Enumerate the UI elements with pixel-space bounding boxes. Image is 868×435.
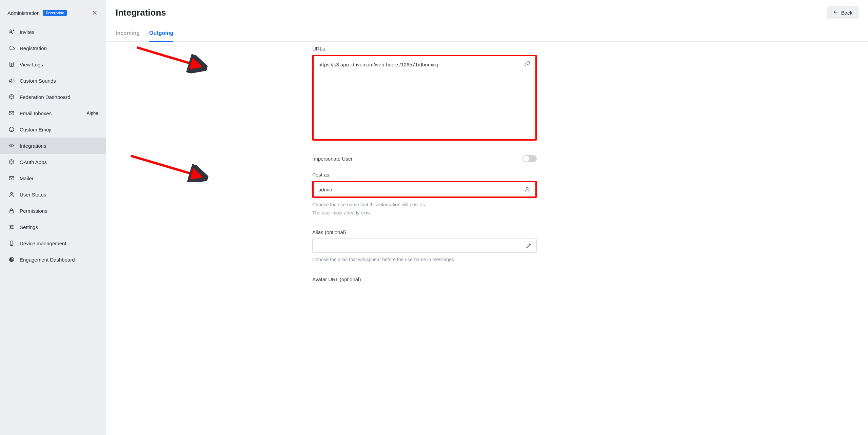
sidebar-item-label: Permissions xyxy=(20,208,47,214)
alpha-badge: Alpha xyxy=(87,111,98,116)
sliders-icon xyxy=(8,224,15,230)
sidebar-item-label: User Status xyxy=(20,192,46,198)
sidebar-item-view-logs[interactable]: View Logs xyxy=(0,56,106,72)
urls-input[interactable] xyxy=(314,56,535,138)
main-panel: Integrations Back Incoming Outgoing xyxy=(106,0,868,435)
sidebar-item-label: Custom Emoji xyxy=(20,127,51,132)
emoji-icon xyxy=(8,126,15,133)
field-post-as: Post as Choose the username that this in… xyxy=(312,172,537,216)
lock-icon xyxy=(8,207,15,214)
post-as-highlight-box xyxy=(312,181,537,198)
svg-point-9 xyxy=(12,225,13,226)
sidebar-item-label: OAuth Apps xyxy=(20,159,47,165)
post-as-label: Post as xyxy=(312,172,537,178)
svg-point-7 xyxy=(11,192,13,194)
tab-incoming[interactable]: Incoming xyxy=(116,27,140,42)
mail-icon xyxy=(8,110,15,117)
sidebar-item-user-status[interactable]: User Status xyxy=(0,186,106,203)
page-title: Integrations xyxy=(116,7,166,18)
link-icon xyxy=(524,60,531,67)
sidebar-item-label: Engagement Dashboard xyxy=(20,257,75,263)
field-avatar-url: Avatar URL (optional) xyxy=(312,276,537,286)
sound-icon xyxy=(8,77,15,84)
globe-icon xyxy=(8,94,15,100)
field-urls: URLs xyxy=(312,46,537,141)
user-plus-icon xyxy=(8,28,15,35)
alias-label: Alias (optional) xyxy=(312,229,537,235)
log-icon xyxy=(8,61,15,68)
field-impersonate-user: Impersonate User xyxy=(312,155,537,162)
sidebar-item-engagement-dashboard[interactable]: Engagement Dashboard xyxy=(0,251,106,268)
sidebar-item-settings[interactable]: Settings xyxy=(0,219,106,235)
annotation-arrow-icon xyxy=(129,154,211,182)
svg-line-16 xyxy=(131,156,205,178)
pie-icon xyxy=(8,256,15,263)
sidebar-item-oauth-apps[interactable]: OAuth Apps xyxy=(0,154,106,170)
impersonate-user-label: Impersonate User xyxy=(312,156,353,162)
sidebar-items: Invites Registration View Logs Custom So… xyxy=(0,24,106,268)
enterprise-badge: Enterprise xyxy=(43,10,67,16)
urls-highlight-box xyxy=(312,55,537,141)
sidebar-item-label: Registration xyxy=(20,45,47,51)
post-as-hint: Choose the username that this integratio… xyxy=(312,201,537,209)
arrow-left-icon xyxy=(833,9,839,16)
svg-point-0 xyxy=(10,30,12,32)
post-as-input[interactable] xyxy=(314,182,535,196)
sidebar-item-label: View Logs xyxy=(20,62,43,67)
sidebar-item-label: Federation Dashboard xyxy=(20,94,70,100)
close-icon[interactable] xyxy=(91,9,99,17)
sidebar-item-label: Integrations xyxy=(20,143,46,149)
mail-icon xyxy=(8,175,15,182)
sidebar-item-label: Mailer xyxy=(20,175,34,181)
form-content: URLs Impersonate User Post as xyxy=(106,42,868,435)
impersonate-user-toggle[interactable] xyxy=(522,155,537,162)
sidebar-item-federation-dashboard[interactable]: Federation Dashboard xyxy=(0,89,106,105)
sidebar-item-label: Settings xyxy=(20,224,38,230)
code-icon xyxy=(8,142,15,149)
svg-point-11 xyxy=(12,228,13,229)
sidebar-item-registration[interactable]: Registration xyxy=(0,40,106,56)
sidebar-item-label: Email Inboxes xyxy=(20,110,52,116)
tabs: Incoming Outgoing xyxy=(106,27,868,42)
sidebar-item-label: Custom Sounds xyxy=(20,78,56,84)
sidebar-item-label: Device management xyxy=(20,241,66,246)
urls-label: URLs xyxy=(312,46,537,51)
sidebar-item-mailer[interactable]: Mailer xyxy=(0,170,106,186)
sidebar-item-email-inboxes[interactable]: Email Inboxes Alpha xyxy=(0,105,106,121)
sidebar-header: Administration Enterprise xyxy=(0,5,106,24)
back-button[interactable]: Back xyxy=(827,6,859,19)
field-alias: Alias (optional) Choose the alias that w… xyxy=(312,229,537,264)
annotation-arrow-icon xyxy=(135,46,210,76)
tab-outgoing[interactable]: Outgoing xyxy=(149,27,173,42)
post-as-hint: The user must already exist. xyxy=(312,209,537,217)
alias-input[interactable] xyxy=(312,239,537,253)
sidebar-item-integrations[interactable]: Integrations xyxy=(0,138,106,154)
sidebar-item-custom-emoji[interactable]: Custom Emoji xyxy=(0,121,106,138)
cloud-icon xyxy=(8,45,15,51)
sidebar-title: Administration xyxy=(7,10,40,16)
user-icon xyxy=(524,186,531,193)
user-icon xyxy=(8,191,15,198)
sidebar-item-invites[interactable]: Invites xyxy=(0,24,106,40)
svg-line-14 xyxy=(137,47,205,68)
sidebar-item-custom-sounds[interactable]: Custom Sounds xyxy=(0,72,106,89)
avatar-url-label: Avatar URL (optional) xyxy=(312,276,537,282)
back-button-label: Back xyxy=(841,10,852,16)
device-icon xyxy=(8,240,15,247)
svg-rect-8 xyxy=(10,210,14,213)
svg-point-10 xyxy=(10,227,11,228)
sidebar-item-device-management[interactable]: Device management xyxy=(0,235,106,251)
alias-hint: Choose the alias that will appear before… xyxy=(312,256,537,264)
admin-sidebar: Administration Enterprise Invites Regist… xyxy=(0,0,106,435)
svg-point-17 xyxy=(526,187,528,189)
sidebar-item-label: Invites xyxy=(20,29,34,35)
alias-input-wrap xyxy=(312,239,537,253)
page-header: Integrations Back xyxy=(106,0,868,27)
globe-icon xyxy=(8,159,15,165)
svg-point-4 xyxy=(9,127,14,132)
pencil-icon xyxy=(525,242,532,249)
sidebar-item-permissions[interactable]: Permissions xyxy=(0,203,106,219)
